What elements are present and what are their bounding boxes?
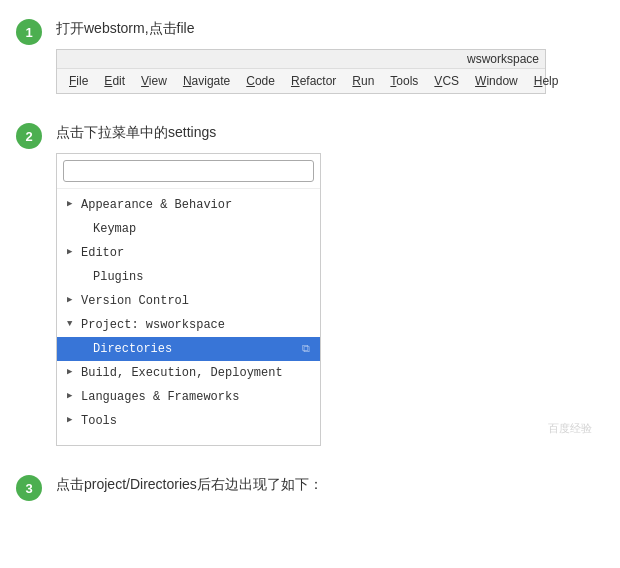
menu-item-vcs[interactable]: VCS <box>426 72 467 90</box>
step-3-circle: 3 <box>16 475 42 501</box>
search-box <box>57 154 320 189</box>
tree-arrow-appearance: ▶ <box>67 198 79 212</box>
search-wrapper <box>63 160 314 182</box>
tree-label-keymap: Keymap <box>93 220 136 238</box>
tree-label-editor: Editor <box>81 244 124 262</box>
tree-item-directories[interactable]: Directories ⧉ <box>57 337 320 361</box>
step-2-title: 点击下拉菜单中的settings <box>56 122 604 143</box>
step-1-circle: 1 <box>16 19 42 45</box>
menu-item-help[interactable]: Help <box>526 72 567 90</box>
menu-item-navigate[interactable]: Navigate <box>175 72 238 90</box>
menu-bar-title: wsworkspace <box>57 50 545 69</box>
menu-bar: File Edit View Navigate Code Refactor Ru… <box>57 69 545 93</box>
tree-label-appearance: Appearance & Behavior <box>81 196 232 214</box>
menu-item-tools[interactable]: Tools <box>382 72 426 90</box>
tree-item-tools[interactable]: ▶ Tools <box>57 409 320 433</box>
tree-label-directories: Directories <box>93 340 172 358</box>
tree-label-build: Build, Execution, Deployment <box>81 364 283 382</box>
step-2-content: 点击下拉菜单中的settings ▶ Appea <box>56 122 604 446</box>
menu-item-run[interactable]: Run <box>344 72 382 90</box>
step-3-content: 点击project/Directories后右边出现了如下： <box>56 474 604 505</box>
tree-item-languages[interactable]: ▶ Languages & Frameworks <box>57 385 320 409</box>
tree-label-vcs: Version Control <box>81 292 189 310</box>
tree-item-plugins[interactable]: Plugins <box>57 265 320 289</box>
menu-item-code[interactable]: Code <box>238 72 283 90</box>
step-2: 2 点击下拉菜单中的settings ▶ <box>0 104 620 456</box>
folder-icon: ⧉ <box>302 341 310 358</box>
watermark: 百度经验 <box>548 421 592 436</box>
tree-arrow-vcs: ▶ <box>67 294 79 308</box>
menu-bar-container: wsworkspace File Edit View Navigate Code… <box>56 49 546 94</box>
tree-list: ▶ Appearance & Behavior Keymap ▶ Editor <box>57 189 320 437</box>
search-input[interactable] <box>63 160 314 182</box>
menu-item-view[interactable]: View <box>133 72 175 90</box>
tree-item-editor[interactable]: ▶ Editor <box>57 241 320 265</box>
tree-arrow-build: ▶ <box>67 366 79 380</box>
menu-item-window[interactable]: Window <box>467 72 526 90</box>
menu-item-file[interactable]: File <box>61 72 96 90</box>
tree-arrow-project: ▼ <box>67 318 79 332</box>
step-2-circle: 2 <box>16 123 42 149</box>
tree-item-keymap[interactable]: Keymap <box>57 217 320 241</box>
tree-item-appearance[interactable]: ▶ Appearance & Behavior <box>57 193 320 217</box>
step-1: 1 打开webstorm,点击file wsworkspace File Edi… <box>0 0 620 104</box>
step-1-title: 打开webstorm,点击file <box>56 18 604 39</box>
tree-item-project[interactable]: ▼ Project: wsworkspace <box>57 313 320 337</box>
tree-label-languages: Languages & Frameworks <box>81 388 239 406</box>
tree-arrow-languages: ▶ <box>67 390 79 404</box>
tree-label-project: Project: wsworkspace <box>81 316 225 334</box>
step-3-title: 点击project/Directories后右边出现了如下： <box>56 474 604 495</box>
step-1-content: 打开webstorm,点击file wsworkspace File Edit … <box>56 18 604 94</box>
step-2-panel-wrap: ▶ Appearance & Behavior Keymap ▶ Editor <box>56 153 604 446</box>
settings-panel: ▶ Appearance & Behavior Keymap ▶ Editor <box>56 153 321 446</box>
tree-item-build[interactable]: ▶ Build, Execution, Deployment <box>57 361 320 385</box>
step-3: 3 点击project/Directories后右边出现了如下： <box>0 456 620 515</box>
tree-label-tools: Tools <box>81 412 117 430</box>
tree-label-plugins: Plugins <box>93 268 143 286</box>
menu-item-edit[interactable]: Edit <box>96 72 133 90</box>
tree-item-vcs[interactable]: ▶ Version Control <box>57 289 320 313</box>
menu-item-refactor[interactable]: Refactor <box>283 72 344 90</box>
tree-arrow-tools: ▶ <box>67 414 79 428</box>
tree-arrow-editor: ▶ <box>67 246 79 260</box>
